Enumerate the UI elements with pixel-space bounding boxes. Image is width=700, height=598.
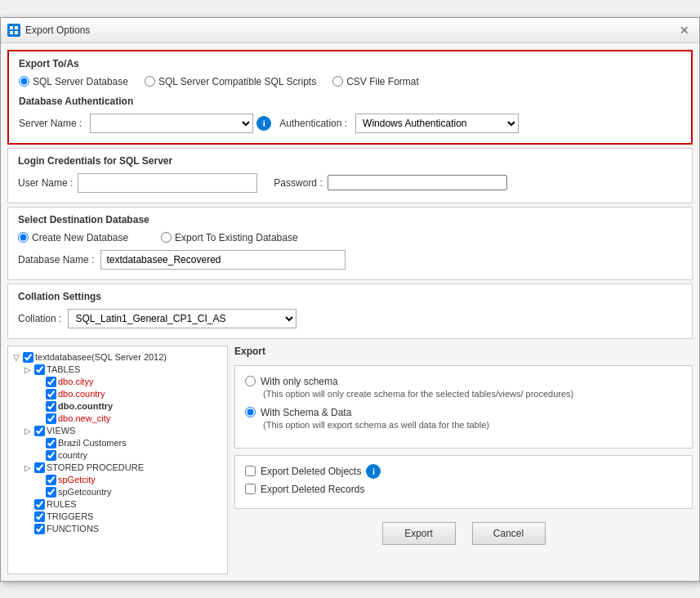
tree-triggers-checkbox[interactable] <box>34 511 45 522</box>
db-auth-section: Database Authentication Server Name : i … <box>19 96 681 133</box>
tree-root-checkbox[interactable] <box>23 352 33 363</box>
tree-country[interactable]: dbo.country <box>36 388 222 400</box>
destination-radio-row: Create New Database Export To Existing D… <box>18 232 682 243</box>
tree-spgetcountry[interactable]: spGetcountry <box>36 486 222 498</box>
export-panel: Export With only schema (This option wil… <box>234 346 693 574</box>
credentials-row: User Name : Password : <box>18 173 682 193</box>
tree-cityy-label: dbo.cityy <box>58 377 93 386</box>
tree-rules[interactable]: RULES <box>25 498 222 511</box>
app-icon <box>7 24 20 37</box>
tree-root-label: textdatabasee(SQL Server 2012) <box>35 352 167 362</box>
server-name-label: Server Name : <box>19 118 82 129</box>
tree-stored-proc[interactable]: ▷ STORED PROCEDURE <box>25 462 222 474</box>
tree-sp-checkbox[interactable] <box>34 462 45 473</box>
tree-counttry[interactable]: dbo.counttry <box>36 400 222 413</box>
export-button[interactable]: Export <box>382 522 456 545</box>
auth-label: Authentication : <box>279 118 347 129</box>
tree-country-view-checkbox[interactable] <box>46 450 56 461</box>
radio-sql-scripts[interactable]: SQL Server Compatible SQL Scripts <box>145 76 316 87</box>
tree-views[interactable]: ▷ VIEWS <box>25 425 222 437</box>
tree-cityy-expand <box>36 377 44 386</box>
tree-views-label: VIEWS <box>47 426 75 435</box>
schema-only-desc: (This option will only create schema for… <box>263 389 573 399</box>
tree-brazil-expand <box>36 439 44 448</box>
window-title: Export Options <box>25 25 90 36</box>
tree-spgetcountry-checkbox[interactable] <box>46 487 56 498</box>
tree-triggers-label: TRIGGERS <box>47 511 93 521</box>
radio-create-new[interactable]: Create New Database <box>18 232 128 243</box>
main-window: Export Options ✕ Export To/As SQL Server… <box>0 17 700 582</box>
tree-counttry-label: dbo.counttry <box>58 401 113 411</box>
tree-counttry-checkbox[interactable] <box>46 401 56 412</box>
radio-existing[interactable]: Export To Existing Database <box>161 232 298 243</box>
tree-root[interactable]: ▽ textdatabasee(SQL Server 2012) <box>13 351 222 364</box>
tree-panel: ▽ textdatabasee(SQL Server 2012) ▷ TABLE… <box>7 346 228 574</box>
tree-cityy[interactable]: dbo.cityy <box>36 376 222 388</box>
tree-views-checkbox[interactable] <box>34 426 45 436</box>
tree-brazil-label: Brazil Customers <box>58 438 127 448</box>
db-name-label: Database Name : <box>18 254 94 266</box>
db-auth-row: Server Name : i Authentication : Windows… <box>19 114 681 133</box>
auth-select[interactable]: Windows Authentication SQL Server Authen… <box>355 114 519 133</box>
server-info-icon[interactable]: i <box>256 116 271 131</box>
tree-country-view[interactable]: country <box>36 449 222 462</box>
db-name-input[interactable] <box>100 250 346 270</box>
schema-only-radio[interactable] <box>245 376 256 386</box>
tree-country-checkbox[interactable] <box>46 389 56 399</box>
tree-spgetcity-checkbox[interactable] <box>46 475 56 485</box>
schema-data-desc: (This option will export schema as well … <box>263 420 489 430</box>
deleted-records-row: Export Deleted Records <box>245 484 682 495</box>
server-name-select[interactable] <box>90 114 253 133</box>
collation-row: Collation : SQL_Latin1_General_CP1_CI_AS… <box>18 309 682 328</box>
tree-rules-checkbox[interactable] <box>34 499 45 510</box>
deleted-objects-checkbox[interactable] <box>245 466 256 476</box>
schema-only-option: With only schema (This option will only … <box>245 376 682 399</box>
tree-brazil-checkbox[interactable] <box>46 438 56 448</box>
export-panel-title: Export <box>234 346 693 357</box>
tree-counttry-expand <box>36 402 44 411</box>
tree-spgetcity-expand <box>36 475 44 484</box>
tree-new-city[interactable]: dbo.new_city <box>36 413 222 425</box>
destination-title: Select Destination Database <box>18 214 682 225</box>
tree-cityy-checkbox[interactable] <box>46 377 56 387</box>
schema-only-label[interactable]: With only schema <box>245 376 573 387</box>
tree-country-expand <box>36 390 44 399</box>
password-input[interactable] <box>328 175 507 190</box>
tree-tables-label: TABLES <box>47 364 80 374</box>
tree-spgetcountry-label: spGetcountry <box>58 487 111 497</box>
tree-brazil[interactable]: Brazil Customers <box>36 437 222 449</box>
credentials-title: Login Credentials for SQL Server <box>18 155 682 167</box>
export-options: With only schema (This option will only … <box>234 365 693 448</box>
radio-csv[interactable]: CSV File Format <box>332 76 419 87</box>
schema-data-radio[interactable] <box>245 407 256 417</box>
tree-triggers[interactable]: TRIGGERS <box>25 511 222 523</box>
radio-sql-server-db[interactable]: SQL Server Database <box>19 76 128 87</box>
svg-rect-0 <box>10 26 13 29</box>
deleted-objects-label: Export Deleted Objects <box>261 466 361 477</box>
username-input[interactable] <box>78 173 257 193</box>
schema-data-option: With Schema & Data (This option will exp… <box>245 407 682 430</box>
cancel-button[interactable]: Cancel <box>472 522 546 545</box>
expand-views-icon: ▷ <box>25 426 33 435</box>
deleted-objects-info-icon[interactable]: i <box>366 464 381 479</box>
tree-functions[interactable]: FUNCTIONS <box>25 523 222 535</box>
expand-rules-icon <box>25 500 33 509</box>
svg-rect-3 <box>15 31 18 34</box>
bottom-area: ▽ textdatabasee(SQL Server 2012) ▷ TABLE… <box>7 346 693 574</box>
tree-country-view-label: country <box>58 450 87 460</box>
tree-tables[interactable]: ▷ TABLES <box>25 364 222 376</box>
tree-country-label: dbo.country <box>58 389 105 399</box>
close-button[interactable]: ✕ <box>676 23 693 38</box>
tree-new-city-checkbox[interactable] <box>46 413 56 424</box>
export-to-options: SQL Server Database SQL Server Compatibl… <box>19 76 681 87</box>
tree-spgetcity[interactable]: spGetcity <box>36 474 222 486</box>
username-label: User Name : <box>18 177 73 189</box>
schema-data-label[interactable]: With Schema & Data <box>245 407 489 418</box>
action-buttons: Export Cancel <box>234 522 693 545</box>
tree-functions-checkbox[interactable] <box>34 524 45 534</box>
tree-spgetcity-label: spGetcity <box>58 475 96 484</box>
deleted-records-checkbox[interactable] <box>245 484 256 494</box>
collation-select[interactable]: SQL_Latin1_General_CP1_CI_AS Latin1_Gene… <box>68 309 296 328</box>
tree-functions-label: FUNCTIONS <box>47 524 99 533</box>
tree-tables-checkbox[interactable] <box>34 364 45 375</box>
